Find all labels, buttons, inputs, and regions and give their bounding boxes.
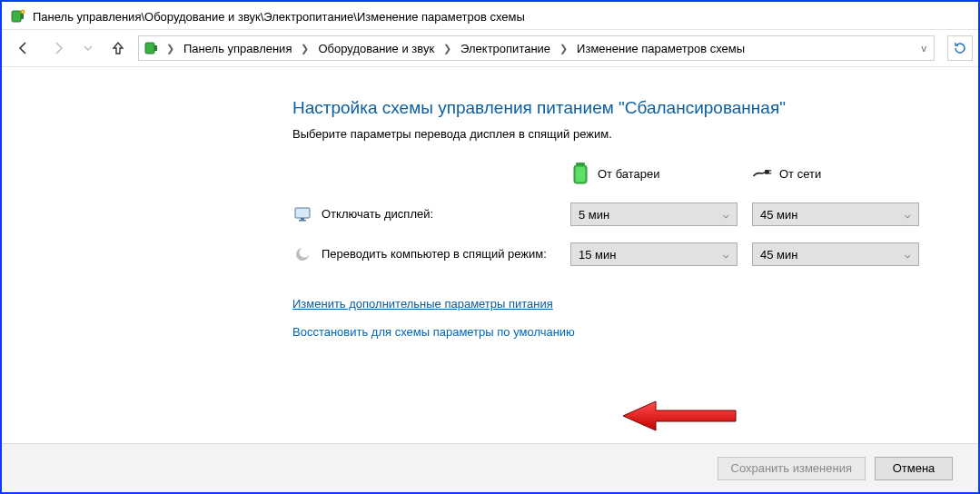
page-heading: Настройка схемы управления питанием "Сба… xyxy=(292,98,955,118)
title-bar: Панель управления\Оборудование и звук\Эл… xyxy=(2,2,978,29)
chevron-down-icon: ⌵ xyxy=(723,249,729,261)
window-frame: Панель управления\Оборудование и звук\Эл… xyxy=(0,0,980,494)
svg-rect-3 xyxy=(145,43,154,54)
svg-rect-4 xyxy=(154,45,157,51)
refresh-button[interactable] xyxy=(947,35,973,61)
cancel-button[interactable]: Отмена xyxy=(875,457,953,480)
nav-back-button[interactable] xyxy=(13,37,35,59)
chevron-down-icon: ⌵ xyxy=(905,249,911,261)
column-header-label: От батареи xyxy=(598,167,660,181)
select-value: 45 мин xyxy=(760,248,797,262)
breadcrumb-item[interactable]: Оборудование и звук xyxy=(312,42,440,55)
annotation-arrow-icon xyxy=(619,398,737,434)
svg-rect-8 xyxy=(765,170,769,174)
breadcrumb-item[interactable]: Изменение параметров схемы xyxy=(571,42,750,55)
svg-rect-12 xyxy=(301,218,304,220)
chevron-down-icon: ⌵ xyxy=(723,209,729,221)
column-header-battery: От батареи xyxy=(570,161,737,186)
chevron-right-icon[interactable]: ❯ xyxy=(164,43,176,54)
svg-point-2 xyxy=(21,10,25,14)
svg-rect-7 xyxy=(576,167,585,182)
footer-bar: Сохранить изменения Отмена xyxy=(2,443,978,492)
chevron-down-icon: ⌵ xyxy=(905,209,911,221)
column-header-label: От сети xyxy=(779,167,821,181)
chevron-right-icon[interactable]: ❯ xyxy=(558,43,569,54)
select-value: 15 мин xyxy=(579,248,616,262)
battery-icon xyxy=(570,161,590,186)
svg-rect-0 xyxy=(12,11,21,22)
select-display-plugged[interactable]: 45 мин ⌵ xyxy=(752,203,919,226)
row-sleep: Переводить компьютер в спящий режим: xyxy=(292,246,556,262)
row-turn-off-display: Отключать дисплей: xyxy=(292,205,556,223)
power-options-icon xyxy=(144,40,161,56)
link-advanced-settings[interactable]: Изменить дополнительные параметры питани… xyxy=(292,297,553,311)
page-subtext: Выберите параметры перевода дисплея в сп… xyxy=(292,127,955,141)
svg-rect-11 xyxy=(295,208,310,218)
chevron-right-icon[interactable]: ❯ xyxy=(441,43,453,54)
select-sleep-battery[interactable]: 15 мин ⌵ xyxy=(570,242,737,266)
row-label-text: Отключать дисплей: xyxy=(322,207,433,222)
chevron-down-icon[interactable]: v xyxy=(922,43,927,54)
breadcrumb-item[interactable]: Панель управления xyxy=(178,42,297,55)
window-title: Панель управления\Оборудование и звук\Эл… xyxy=(33,10,525,24)
svg-rect-1 xyxy=(21,14,24,19)
breadcrumb-address[interactable]: ❯ Панель управления ❯ Оборудование и зву… xyxy=(138,35,935,61)
nav-recent-dropdown[interactable] xyxy=(82,37,94,59)
select-value: 5 мин xyxy=(579,208,609,222)
content-area: Настройка схемы управления питанием "Сба… xyxy=(2,69,978,440)
nav-buttons xyxy=(13,37,129,59)
svg-point-15 xyxy=(300,248,310,258)
select-value: 45 мин xyxy=(760,208,797,222)
nav-forward-button[interactable] xyxy=(47,37,69,59)
chevron-right-icon[interactable]: ❯ xyxy=(299,43,311,54)
breadcrumb-item[interactable]: Электропитание xyxy=(455,42,556,55)
power-options-icon xyxy=(11,8,27,25)
select-display-battery[interactable]: 5 мин ⌵ xyxy=(570,203,737,226)
svg-rect-13 xyxy=(299,220,306,222)
address-bar: ❯ Панель управления ❯ Оборудование и зву… xyxy=(2,29,978,67)
save-button[interactable]: Сохранить изменения xyxy=(718,457,866,480)
column-header-plugged: От сети xyxy=(752,164,919,183)
nav-up-button[interactable] xyxy=(107,37,129,59)
monitor-icon xyxy=(292,205,312,223)
plug-icon xyxy=(752,164,772,183)
link-restore-defaults[interactable]: Восстановить для схемы параметры по умол… xyxy=(292,325,575,339)
select-sleep-plugged[interactable]: 45 мин ⌵ xyxy=(752,242,919,266)
row-label-text: Переводить компьютер в спящий режим: xyxy=(322,247,547,262)
moon-icon xyxy=(292,246,312,262)
